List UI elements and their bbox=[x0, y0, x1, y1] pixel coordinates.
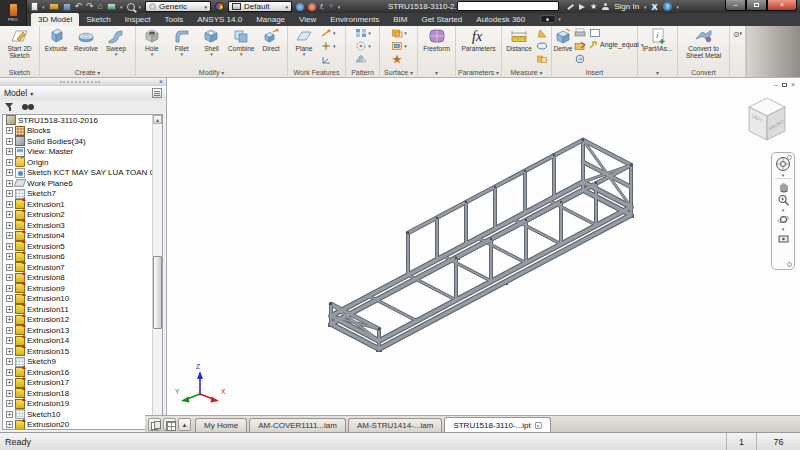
sculpt-icon[interactable] bbox=[391, 54, 403, 64]
sweep-button[interactable]: Sweep bbox=[101, 27, 131, 56]
expand-plus-icon[interactable] bbox=[6, 159, 13, 166]
insert-frame-icon[interactable] bbox=[589, 28, 601, 38]
expand-plus-icon[interactable] bbox=[6, 348, 13, 355]
expand-plus-icon[interactable] bbox=[6, 169, 13, 176]
expand-plus-icon[interactable] bbox=[6, 190, 13, 197]
expand-plus-icon[interactable] bbox=[6, 379, 13, 386]
document-tab[interactable]: AM-COVER1111...iam bbox=[249, 418, 346, 432]
expand-plus-icon[interactable] bbox=[6, 295, 13, 302]
material-combo[interactable]: Generic ▾ bbox=[145, 1, 211, 12]
favorites-star-icon[interactable]: ★ bbox=[590, 2, 597, 11]
sign-in-link[interactable]: Sign In bbox=[614, 2, 639, 11]
plane-button[interactable]: Plane bbox=[289, 27, 319, 56]
tree-item[interactable]: Extrusion16 bbox=[3, 367, 162, 378]
fx-quick-icon[interactable]: f, bbox=[320, 2, 324, 11]
document-tab[interactable]: My Home bbox=[195, 418, 247, 432]
work-axis-icon[interactable] bbox=[320, 28, 332, 38]
expand-plus-icon[interactable] bbox=[6, 274, 13, 281]
tree-item[interactable]: Extrusion11 bbox=[3, 304, 162, 315]
mirror-icon[interactable] bbox=[355, 54, 367, 64]
tree-item[interactable]: Sketch9 bbox=[3, 357, 162, 368]
home-view-icon[interactable]: ⌂ bbox=[98, 2, 103, 11]
circular-pattern-icon[interactable] bbox=[355, 41, 367, 51]
thicken-icon[interactable] bbox=[391, 28, 403, 38]
expand-plus-icon[interactable] bbox=[6, 400, 13, 407]
expand-plus-icon[interactable] bbox=[6, 180, 13, 187]
doc-restore-icon[interactable] bbox=[782, 83, 787, 87]
tree-item[interactable]: Extrusion6 bbox=[3, 252, 162, 263]
expand-plus-icon[interactable] bbox=[6, 358, 13, 365]
measure-dropdown-icon[interactable]: ▾ bbox=[139, 4, 142, 10]
tree-item[interactable]: Extrusion12 bbox=[3, 315, 162, 326]
distance-button[interactable]: Distance bbox=[503, 27, 535, 52]
tree-item[interactable]: Extrusion13 bbox=[3, 325, 162, 336]
expand-plus-icon[interactable] bbox=[6, 201, 13, 208]
minimize-button[interactable]: – bbox=[725, 0, 746, 11]
screencast-dropdown-icon[interactable]: ▾ bbox=[558, 16, 561, 22]
scroll-up-icon[interactable] bbox=[153, 115, 162, 124]
expand-plus-icon[interactable] bbox=[6, 232, 13, 239]
convert-sheet-metal-button[interactable]: Convert to Sheet Metal bbox=[680, 27, 728, 59]
plus-quick-icon[interactable]: + bbox=[329, 2, 334, 11]
tree-item[interactable]: Extrusion4 bbox=[3, 231, 162, 242]
browser-title-dropdown-icon[interactable]: ▾ bbox=[30, 90, 33, 97]
close-tab-icon[interactable] bbox=[535, 422, 542, 429]
tree-item[interactable]: Extrusion2 bbox=[3, 210, 162, 221]
pan-hand-icon[interactable] bbox=[777, 180, 790, 193]
tree-item[interactable]: Extrusion14 bbox=[3, 336, 162, 347]
expand-plus-icon[interactable] bbox=[6, 222, 13, 229]
expand-plus-icon[interactable] bbox=[6, 337, 13, 344]
document-tab[interactable]: AM-STRU1414-...iam bbox=[348, 418, 442, 432]
ribbon-tab[interactable]: Inspect bbox=[118, 13, 158, 26]
expand-plus-icon[interactable] bbox=[6, 264, 13, 271]
revolve-button[interactable]: Revolve bbox=[71, 27, 101, 52]
switch-document-icon[interactable] bbox=[148, 418, 161, 431]
render-icon[interactable] bbox=[107, 3, 116, 10]
tree-item[interactable]: Extrusion19 bbox=[3, 399, 162, 410]
start-2d-sketch-button[interactable]: Start 2D Sketch bbox=[2, 27, 38, 59]
ribbon-options-button[interactable]: ⊙▾ bbox=[730, 26, 746, 77]
import-folder-icon[interactable] bbox=[574, 41, 586, 51]
parameters-button[interactable]: fx Parameters bbox=[458, 27, 500, 52]
hole-button[interactable]: Hole bbox=[137, 27, 167, 56]
color-wheel-icon[interactable] bbox=[215, 2, 224, 11]
direct-button[interactable]: Direct bbox=[256, 27, 286, 52]
app-menu-button[interactable]: PRO bbox=[0, 0, 27, 26]
tree-item[interactable]: View: Master bbox=[3, 147, 162, 158]
ribbon-tab[interactable]: Autodesk 360 bbox=[469, 13, 532, 26]
ipart-button[interactable]: i iPart/iAs... bbox=[639, 27, 676, 52]
derive-button[interactable]: Derive bbox=[553, 27, 573, 52]
tree-item[interactable]: Sketch10 bbox=[3, 409, 162, 420]
tree-item[interactable]: Extrusion10 bbox=[3, 294, 162, 305]
screencast-icon[interactable] bbox=[540, 15, 556, 23]
shell-button[interactable]: Shell bbox=[197, 27, 227, 56]
tree-item[interactable]: Blocks bbox=[3, 126, 162, 137]
expand-plus-icon[interactable] bbox=[6, 127, 13, 134]
work-point-icon[interactable] bbox=[320, 41, 332, 51]
ribbon-tab[interactable]: Sketch bbox=[79, 13, 117, 26]
expand-plus-icon[interactable] bbox=[6, 211, 13, 218]
orbit-dropdown-icon[interactable]: ▾ bbox=[782, 227, 785, 231]
insert-object-icon[interactable] bbox=[574, 54, 586, 64]
tree-item[interactable]: Sketch KCT MAY SAY LUA TOAN CAU.ipt bbox=[3, 168, 162, 179]
tree-item[interactable]: Solid Bodies(34) bbox=[3, 136, 162, 147]
tree-item[interactable]: Extrusion8 bbox=[3, 273, 162, 284]
close-button[interactable]: × bbox=[767, 0, 797, 11]
navigation-wheel-icon[interactable] bbox=[775, 156, 791, 172]
adjust-blue-icon[interactable] bbox=[296, 3, 304, 11]
find-icon[interactable] bbox=[22, 103, 34, 111]
appearance-combo[interactable]: Default ▾ bbox=[228, 1, 292, 12]
freeform-button[interactable]: Freeform bbox=[422, 27, 452, 52]
panel-grip[interactable]: × bbox=[0, 78, 166, 86]
redo-icon[interactable]: ↷ bbox=[86, 2, 94, 11]
expand-plus-icon[interactable] bbox=[6, 316, 13, 323]
qat-dropdown-icon[interactable]: ▾ bbox=[338, 4, 341, 10]
tree-item[interactable]: Extrusion5 bbox=[3, 241, 162, 252]
scroll-thumb[interactable] bbox=[153, 256, 162, 328]
expand-plus-icon[interactable] bbox=[6, 148, 13, 155]
undo-icon[interactable]: ↶ bbox=[75, 2, 83, 11]
browser-menu-icon[interactable] bbox=[152, 88, 162, 98]
ribbon-tab[interactable]: BIM bbox=[386, 13, 414, 26]
adjust-red-icon[interactable] bbox=[308, 3, 316, 11]
tree-item[interactable]: Extrusion9 bbox=[3, 283, 162, 294]
